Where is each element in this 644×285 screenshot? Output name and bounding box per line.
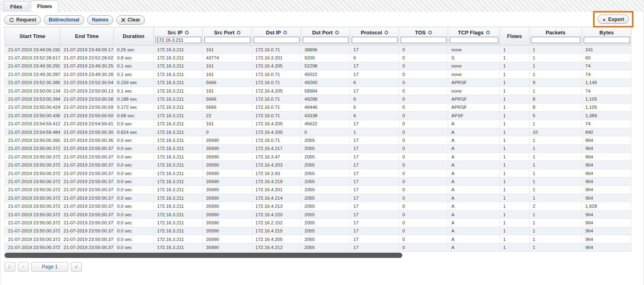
table-row[interactable]: 21-07-2019 23:49:09.15021-07-2019 23:49:… xyxy=(5,46,631,54)
table-row[interactable]: 21-07-2019 23:55:00.37221-07-2019 23:55:… xyxy=(5,235,631,243)
table-row[interactable]: 21-07-2019 23:55:00.37221-07-2019 23:55:… xyxy=(5,153,631,161)
cell-dst_port: 0 xyxy=(301,128,350,136)
filter-input-src_port[interactable] xyxy=(204,37,251,43)
column-label-src_ip: Src IP xyxy=(168,30,183,36)
cell-protocol: 17 xyxy=(350,210,399,218)
prev-page-button[interactable]: ‹ xyxy=(18,262,29,272)
table-row[interactable]: 21-07-2019 23:55:00.37221-07-2019 23:55:… xyxy=(5,144,631,152)
sort-toggle-icon[interactable] xyxy=(185,31,189,34)
tab-files[interactable]: Files xyxy=(4,1,29,12)
cell-start_time: 21-07-2019 23:55:00.372 xyxy=(5,210,60,218)
sort-toggle-icon[interactable] xyxy=(283,31,287,34)
table-row[interactable]: 21-07-2019 23:55:00.37221-07-2019 23:55:… xyxy=(5,219,631,227)
table-row[interactable]: 21-07-2019 23:54:59.41221-07-2019 23:54:… xyxy=(5,120,631,128)
table-row[interactable]: 21-07-2019 23:55:00.37221-07-2019 23:55:… xyxy=(5,161,631,169)
column-header-duration[interactable]: Duration xyxy=(114,27,154,46)
table-row[interactable]: 21-07-2019 23:55:00.36021-07-2019 23:55:… xyxy=(5,136,631,144)
cell-src_port: 35990 xyxy=(203,194,252,202)
cell-start_time: 21-07-2019 23:50:00.134 xyxy=(5,87,60,95)
column-header-dst_port[interactable]: Dst Port xyxy=(301,27,350,46)
first-page-button[interactable]: |‹ xyxy=(4,262,15,272)
cell-dst_ip: 172.16.4.205 xyxy=(252,235,301,243)
cell-src_port: 35990 xyxy=(203,210,252,218)
request-button[interactable]: Request xyxy=(4,15,41,25)
sort-toggle-icon[interactable] xyxy=(486,31,490,34)
cell-flows: 1 xyxy=(500,120,529,128)
filter-input-tos[interactable] xyxy=(401,37,446,43)
cell-end_time: 21-07-2019 23:55:00.372 xyxy=(60,243,114,251)
flows-table: Start TimeEnd TimeDurationSrc IPSrc Port… xyxy=(4,27,631,252)
table-row[interactable]: 21-07-2019 23:52:30.38521-07-2019 23:52:… xyxy=(5,78,631,87)
table-row[interactable]: 21-07-2019 23:53:00.39421-07-2019 23:53:… xyxy=(5,95,631,103)
table-row[interactable]: 21-07-2019 23:55:00.37221-07-2019 23:55:… xyxy=(5,169,631,177)
current-page-button[interactable]: Page 1 xyxy=(31,262,68,272)
cell-dst_port: 2055 xyxy=(301,136,350,144)
sort-toggle-icon[interactable] xyxy=(335,31,339,34)
column-header-dst_ip[interactable]: Dst IP xyxy=(252,27,301,46)
table-row[interactable]: 21-07-2019 23:55:00.37221-07-2019 23:55:… xyxy=(5,194,631,202)
cell-start_time: 21-07-2019 23:49:30.287 xyxy=(5,70,60,78)
table-row[interactable]: 21-07-2019 23:55:00.37221-07-2019 23:55:… xyxy=(5,243,631,251)
cell-dst_ip: 172.16.4.205 xyxy=(252,87,301,95)
column-header-tcp_flags[interactable]: TCP Flags xyxy=(448,27,500,46)
x-icon xyxy=(121,18,125,22)
table-row[interactable]: 21-07-2019 23:54:59.48421-07-2019 23:55:… xyxy=(5,128,631,136)
cell-end_time: 21-07-2019 23:55:00.372 xyxy=(60,153,114,161)
filter-input-dst_ip[interactable] xyxy=(254,37,300,43)
cell-dst_ip: 172.16.0.71 xyxy=(252,46,301,54)
table-row[interactable]: 21-07-2019 23:55:00.37221-07-2019 23:55:… xyxy=(5,186,631,194)
names-button[interactable]: Names xyxy=(87,15,113,25)
filter-input-src_ip[interactable] xyxy=(155,37,201,43)
table-row[interactable]: 21-07-2019 23:49:30.28721-07-2019 23:49:… xyxy=(5,70,631,78)
table-row[interactable]: 21-07-2019 23:55:00.42421-07-2019 23:55:… xyxy=(5,103,631,111)
filter-input-bytes[interactable] xyxy=(584,37,630,43)
filter-input-tcp_flags[interactable] xyxy=(450,37,498,43)
table-row[interactable]: 21-07-2019 23:50:00.13421-07-2019 23:50:… xyxy=(5,87,631,95)
cell-protocol: 17 xyxy=(350,62,399,70)
cell-src_port: 5666 xyxy=(203,103,252,111)
table-row[interactable]: 21-07-2019 23:55:00.37221-07-2019 23:55:… xyxy=(5,177,631,186)
cell-flows: 1 xyxy=(500,70,529,78)
column-header-flows[interactable]: Flows xyxy=(500,27,529,46)
cell-src_port: 5666 xyxy=(203,95,252,103)
cell-duration: 0.0 sec xyxy=(114,161,154,169)
cell-flows: 1 xyxy=(500,210,529,218)
cell-src_ip: 172.16.3.211 xyxy=(154,186,203,194)
table-row[interactable]: 21-07-2019 23:55:00.37221-07-2019 23:55:… xyxy=(5,210,631,218)
column-header-src_ip[interactable]: Src IP xyxy=(154,27,203,46)
table-row[interactable]: 21-07-2019 23:55:00.37221-07-2019 23:55:… xyxy=(5,202,631,210)
tab-flows[interactable]: Flows xyxy=(31,0,59,12)
column-header-packets[interactable]: Packets xyxy=(529,27,582,46)
sort-toggle-icon[interactable] xyxy=(385,31,388,34)
table-row[interactable]: 21-07-2019 23:55:00.43621-07-2019 23:55:… xyxy=(5,112,631,120)
next-page-icon: › xyxy=(75,264,77,270)
filter-input-protocol[interactable] xyxy=(352,37,397,43)
horizontal-scrollbar-thumb[interactable] xyxy=(4,253,402,258)
cell-tos: 0 xyxy=(399,136,448,144)
column-header-src_port[interactable]: Src Port xyxy=(203,27,252,46)
column-header-protocol[interactable]: Protocol xyxy=(350,27,399,46)
filter-input-packets[interactable] xyxy=(531,37,580,43)
column-header-tos[interactable]: TOS xyxy=(399,27,448,46)
export-button[interactable]: ▲ Export xyxy=(597,15,629,24)
sort-toggle-icon[interactable] xyxy=(237,31,240,34)
cell-bytes: 1,928 xyxy=(582,202,631,210)
filter-input-dst_port[interactable] xyxy=(303,37,349,43)
bidirectional-button[interactable]: Bidirectional xyxy=(44,15,84,25)
sort-toggle-icon[interactable] xyxy=(428,31,432,34)
column-header-end_time[interactable]: End Time xyxy=(60,27,114,46)
table-row[interactable]: 21-07-2019 23:52:28.61721-07-2019 23:52:… xyxy=(5,54,631,62)
table-row[interactable]: 21-07-2019 23:49:30.25021-07-2019 23:49:… xyxy=(5,62,631,70)
cell-packets: 1 xyxy=(529,177,582,186)
column-header-bytes[interactable]: Bytes xyxy=(582,27,631,46)
horizontal-scrollbar-track[interactable] xyxy=(4,253,631,258)
cell-end_time: 21-07-2019 23:55:00.372 xyxy=(60,210,114,218)
cell-packets: 1 xyxy=(529,210,582,218)
cell-duration: 0.824 sec xyxy=(114,128,154,136)
cell-src_ip: 172.16.3.211 xyxy=(154,243,203,251)
column-header-start_time[interactable]: Start Time xyxy=(5,27,60,46)
next-page-button[interactable]: › xyxy=(71,262,82,272)
table-row[interactable]: 21-07-2019 23:55:00.37221-07-2019 23:55:… xyxy=(5,227,631,235)
cell-tos: 0 xyxy=(399,227,448,235)
clear-button[interactable]: Clear xyxy=(116,15,145,25)
